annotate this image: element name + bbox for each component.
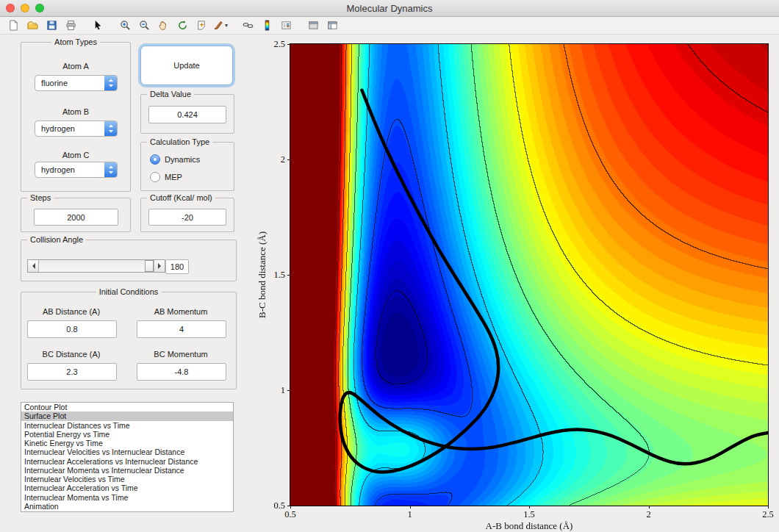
rotate-3d-icon[interactable] — [173, 18, 191, 33]
radio-mep-label: MEP — [165, 173, 182, 181]
atom-a-value: fluorine — [35, 79, 104, 87]
data-cursor-icon[interactable] — [193, 18, 210, 33]
atom-types-title: Atom Types — [51, 37, 100, 46]
x-tick-label: 2.5 — [755, 509, 779, 520]
insert-colorbar-icon[interactable] — [258, 18, 276, 33]
zoom-in-icon[interactable] — [116, 18, 134, 33]
atom-c-value: hydrogen — [35, 165, 104, 174]
x-tick-mark — [410, 506, 411, 508]
x-tick-label: 0.5 — [278, 509, 303, 520]
list-item[interactable]: Internuclear Velocities vs Internuclear … — [21, 447, 233, 456]
initial-conditions-panel: Initial Conditions AB Distance (A) AB Mo… — [21, 292, 237, 389]
delta-value-title: Delta Value — [147, 90, 194, 98]
cutoff-panel: Cutoff (Kcal/ mol) -20 — [140, 198, 234, 232]
list-item[interactable]: Internuclear Distances vs Time — [21, 421, 233, 430]
link-plots-icon[interactable] — [239, 18, 256, 33]
insert-legend-icon[interactable] — [277, 18, 295, 33]
ab-momentum-label: AB Momentum — [137, 307, 225, 316]
collision-angle-slider[interactable] — [27, 259, 165, 273]
slider-left-arrow-button[interactable] — [28, 260, 39, 272]
toolbar-separator — [108, 20, 115, 32]
x-tick-mark — [290, 506, 291, 508]
atom-c-select[interactable]: hydrogen — [35, 162, 118, 178]
popup-arrows-icon — [104, 121, 117, 136]
list-item[interactable]: Internuclear Momenta vs Internuclear Dis… — [21, 466, 233, 475]
molecular-dynamics-window: Molecular Dynamics ▾ Atom Types Atom A f… — [0, 0, 779, 532]
zoom-window-button[interactable] — [35, 4, 44, 12]
x-tick-mark — [649, 506, 650, 508]
ab-distance-label: AB Distance (A) — [27, 307, 115, 316]
radio-mep[interactable]: MEP — [150, 172, 182, 182]
update-button[interactable]: Update — [140, 46, 233, 85]
collision-angle-panel: Collision Angle 180 — [21, 240, 237, 281]
new-figure-icon[interactable] — [4, 18, 22, 33]
show-plot-tools-icon[interactable] — [323, 18, 341, 33]
list-item[interactable]: Animation — [21, 502, 233, 511]
y-tick-mark — [287, 275, 290, 276]
initial-conditions-title: Initial Conditions — [96, 287, 162, 296]
left-arrow-icon — [29, 263, 35, 269]
y-tick-mark — [287, 44, 290, 45]
zoom-out-icon[interactable] — [135, 18, 153, 33]
hide-plot-tools-icon[interactable] — [304, 18, 322, 33]
list-item[interactable]: Potential Energy vs Time — [21, 430, 233, 439]
atom-a-select[interactable]: fluorine — [35, 75, 118, 91]
y-axis-label: B-C bond distance (Å) — [256, 44, 268, 506]
toolbar-separator — [81, 20, 87, 32]
atom-b-select[interactable]: hydrogen — [35, 121, 118, 137]
list-item[interactable]: Surface Plot — [21, 411, 233, 420]
slider-thumb[interactable] — [145, 260, 154, 272]
atom-a-label: Atom A — [21, 62, 130, 71]
y-tick-mark — [287, 390, 290, 391]
list-item[interactable]: Contour Plot — [21, 403, 233, 411]
bc-momentum-field[interactable]: -4.8 — [137, 363, 226, 381]
popup-arrows-icon — [104, 162, 117, 177]
y-tick-mark — [287, 506, 290, 506]
slider-right-arrow-button[interactable] — [154, 260, 165, 272]
calculation-type-title: Calculation Type — [147, 137, 212, 146]
window-controls — [6, 4, 44, 12]
atom-c-label: Atom C — [21, 151, 130, 159]
bc-distance-field[interactable]: 2.3 — [27, 363, 117, 381]
toolbar-separator — [231, 20, 237, 32]
delta-value-panel: Delta Value 0.424 — [140, 94, 234, 134]
toolbar-separator — [296, 20, 303, 32]
window-title: Molecular Dynamics — [346, 3, 432, 14]
collision-angle-field[interactable]: 180 — [165, 259, 189, 274]
right-arrow-icon — [158, 263, 164, 269]
contour-plot: 0.511.522.50.511.522.5 A-B bond distance… — [290, 43, 769, 506]
steps-field[interactable]: 2000 — [34, 209, 118, 226]
delta-value-field[interactable]: 0.424 — [148, 106, 226, 123]
list-item[interactable]: Internuclear Momenta vs Time — [21, 493, 233, 502]
plot-type-listbox[interactable]: Contour PlotSurface PlotInternuclear Dis… — [21, 402, 234, 512]
radio-dynamics-label: Dynamics — [165, 155, 200, 164]
brush-icon[interactable]: ▾ — [212, 18, 229, 33]
edit-plot-icon[interactable] — [89, 18, 107, 33]
cutoff-field[interactable]: -20 — [148, 209, 226, 226]
atom-b-value: hydrogen — [35, 124, 104, 133]
radio-mep-icon — [150, 172, 160, 182]
print-figure-icon[interactable] — [62, 18, 79, 33]
ab-momentum-field[interactable]: 4 — [137, 320, 226, 338]
x-tick-label: 1 — [398, 509, 423, 520]
ab-distance-field[interactable]: 0.8 — [27, 320, 117, 338]
x-tick-mark — [529, 506, 530, 508]
save-figure-icon[interactable] — [43, 18, 60, 33]
list-item[interactable]: Internuclear Acceleration vs Time — [21, 484, 233, 492]
open-file-icon[interactable] — [24, 18, 41, 33]
list-item[interactable]: Internulear Velocities vs Time — [21, 475, 233, 484]
pan-icon[interactable] — [154, 18, 172, 33]
list-item[interactable]: Internuclear Accelerations vs Internucle… — [21, 457, 233, 466]
radio-dynamics[interactable]: Dynamics — [150, 154, 200, 165]
atom-b-label: Atom B — [21, 107, 130, 116]
bc-momentum-label: BC Momentum — [137, 350, 225, 359]
close-window-button[interactable] — [6, 4, 15, 12]
calculation-type-panel: Calculation Type Dynamics MEP — [140, 142, 234, 191]
figure-toolbar: ▾ — [0, 17, 779, 35]
list-item[interactable]: Kinetic Energy vs Time — [21, 439, 233, 447]
cutoff-title: Cutoff (Kcal/ mol) — [147, 193, 215, 202]
minimize-window-button[interactable] — [21, 4, 29, 12]
potential-surface-canvas[interactable] — [290, 44, 768, 506]
x-tick-label: 1.5 — [517, 509, 542, 520]
collision-angle-title: Collision Angle — [27, 235, 86, 244]
